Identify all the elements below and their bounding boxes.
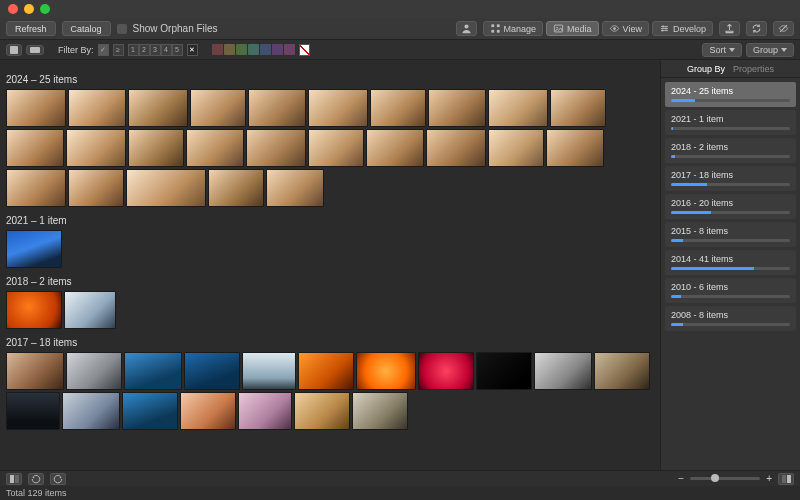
thumbnail[interactable] bbox=[6, 169, 66, 207]
thumbnail[interactable] bbox=[418, 352, 474, 390]
thumbnail[interactable] bbox=[6, 352, 64, 390]
thumbnail-grid-pane[interactable]: 2024 – 25 items2021 – 1 item2018 – 2 ite… bbox=[0, 60, 660, 470]
view-grid-toggle[interactable] bbox=[6, 44, 22, 56]
mode-tab-develop[interactable]: Develop bbox=[652, 21, 713, 36]
thumbnail[interactable] bbox=[64, 291, 116, 329]
thumbnail[interactable] bbox=[488, 129, 544, 167]
rating-filter-1[interactable]: 1 bbox=[128, 44, 139, 56]
thumbnail[interactable] bbox=[594, 352, 650, 390]
rating-filter-4[interactable]: 4 bbox=[161, 44, 172, 56]
color-filter-swatch[interactable] bbox=[260, 44, 271, 55]
thumbnail[interactable] bbox=[6, 291, 62, 329]
group-list-item[interactable]: 2010 - 6 items bbox=[665, 278, 796, 303]
mode-tab-manage[interactable]: Manage bbox=[483, 21, 544, 36]
thumbnail[interactable] bbox=[184, 352, 240, 390]
thumbnail[interactable] bbox=[266, 169, 324, 207]
thumbnail[interactable] bbox=[238, 392, 292, 430]
thumbnail[interactable] bbox=[366, 129, 424, 167]
group-list-item[interactable]: 2008 - 8 items bbox=[665, 306, 796, 331]
thumbnail[interactable] bbox=[66, 129, 126, 167]
group-list-item[interactable]: 2016 - 20 items bbox=[665, 194, 796, 219]
thumbnail[interactable] bbox=[122, 392, 178, 430]
sync-button[interactable] bbox=[746, 21, 767, 36]
thumbnail[interactable] bbox=[298, 352, 354, 390]
thumbnail[interactable] bbox=[6, 230, 62, 268]
thumbnail[interactable] bbox=[476, 352, 532, 390]
thumbnail[interactable] bbox=[68, 169, 124, 207]
sort-dropdown[interactable]: Sort bbox=[702, 43, 742, 57]
rotate-left-button[interactable] bbox=[28, 473, 44, 485]
thumbnail[interactable] bbox=[352, 392, 408, 430]
zoom-out-button[interactable]: − bbox=[678, 473, 684, 484]
view-list-toggle[interactable] bbox=[26, 45, 44, 55]
thumbnail[interactable] bbox=[66, 352, 122, 390]
thumbnail[interactable] bbox=[546, 129, 604, 167]
thumbnail[interactable] bbox=[534, 352, 592, 390]
group-header[interactable]: 2017 – 18 items bbox=[6, 337, 650, 348]
group-list-item[interactable]: 2024 - 25 items bbox=[665, 82, 796, 107]
zoom-icon[interactable] bbox=[40, 4, 50, 14]
thumbnail[interactable] bbox=[128, 129, 184, 167]
group-list-item[interactable]: 2015 - 8 items bbox=[665, 222, 796, 247]
group-header[interactable]: 2024 – 25 items bbox=[6, 74, 650, 85]
color-filter-swatch[interactable] bbox=[224, 44, 235, 55]
sidebar-tab-properties[interactable]: Properties bbox=[733, 64, 774, 74]
thumbnail[interactable] bbox=[128, 89, 188, 127]
group-dropdown[interactable]: Group bbox=[746, 43, 794, 57]
group-header[interactable]: 2021 – 1 item bbox=[6, 215, 650, 226]
thumbnail[interactable] bbox=[242, 352, 296, 390]
mode-tab-view[interactable]: View bbox=[602, 21, 649, 36]
thumbnail[interactable] bbox=[550, 89, 606, 127]
thumbnail[interactable] bbox=[126, 169, 206, 207]
thumbnail[interactable] bbox=[308, 129, 364, 167]
group-header[interactable]: 2018 – 2 items bbox=[6, 276, 650, 287]
group-list-item[interactable]: 2021 - 1 item bbox=[665, 110, 796, 135]
orphan-checkbox[interactable] bbox=[117, 24, 127, 34]
no-color-swatch[interactable] bbox=[299, 44, 310, 56]
color-filter-swatch[interactable] bbox=[212, 44, 223, 55]
thumbnail[interactable] bbox=[6, 392, 60, 430]
close-icon[interactable] bbox=[8, 4, 18, 14]
thumbnail[interactable] bbox=[248, 89, 306, 127]
filter-check-toggle[interactable]: ✓ bbox=[98, 44, 109, 56]
export-button[interactable] bbox=[719, 21, 740, 36]
thumbnail[interactable] bbox=[426, 129, 486, 167]
rotate-right-button[interactable] bbox=[50, 473, 66, 485]
minimize-icon[interactable] bbox=[24, 4, 34, 14]
filter-gte-toggle[interactable]: ≥ bbox=[113, 44, 124, 56]
color-filter-swatch[interactable] bbox=[272, 44, 283, 55]
thumbnail[interactable] bbox=[186, 129, 244, 167]
thumbnail[interactable] bbox=[124, 352, 182, 390]
thumbnail[interactable] bbox=[190, 89, 246, 127]
thumb-size-slider[interactable] bbox=[690, 477, 760, 480]
thumbnail[interactable] bbox=[6, 89, 66, 127]
thumbnail[interactable] bbox=[180, 392, 236, 430]
zoom-in-button[interactable]: + bbox=[766, 473, 772, 484]
color-filter-swatch[interactable] bbox=[284, 44, 295, 55]
thumbnail[interactable] bbox=[246, 129, 306, 167]
thumbnail[interactable] bbox=[488, 89, 548, 127]
color-filter-swatch[interactable] bbox=[248, 44, 259, 55]
rating-filter-5[interactable]: 5 bbox=[172, 44, 183, 56]
thumbnail[interactable] bbox=[428, 89, 486, 127]
thumbnail[interactable] bbox=[62, 392, 120, 430]
hide-button[interactable] bbox=[773, 21, 794, 36]
filter-clear-button[interactable]: ✕ bbox=[187, 44, 198, 56]
sidebar-tab-groupby[interactable]: Group By bbox=[687, 64, 725, 74]
group-list-item[interactable]: 2014 - 41 items bbox=[665, 250, 796, 275]
thumbnail[interactable] bbox=[356, 352, 416, 390]
thumbnail[interactable] bbox=[370, 89, 426, 127]
catalog-button[interactable]: Catalog bbox=[62, 21, 111, 36]
rating-filter-2[interactable]: 2 bbox=[139, 44, 150, 56]
thumbnail[interactable] bbox=[208, 169, 264, 207]
mode-tab-media[interactable]: Media bbox=[546, 21, 599, 36]
thumbnail[interactable] bbox=[68, 89, 126, 127]
group-list-item[interactable]: 2017 - 18 items bbox=[665, 166, 796, 191]
layout-b-button[interactable] bbox=[778, 473, 794, 485]
rating-filter-3[interactable]: 3 bbox=[150, 44, 161, 56]
group-list-item[interactable]: 2018 - 2 items bbox=[665, 138, 796, 163]
thumbnail[interactable] bbox=[294, 392, 350, 430]
color-filter-swatch[interactable] bbox=[236, 44, 247, 55]
thumbnail[interactable] bbox=[308, 89, 368, 127]
refresh-button[interactable]: Refresh bbox=[6, 21, 56, 36]
